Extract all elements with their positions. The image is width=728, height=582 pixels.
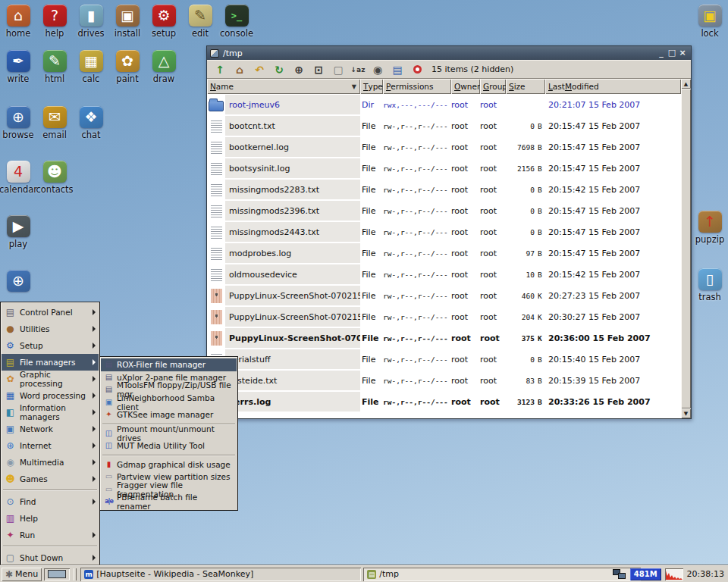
iconsview-icon[interactable]: ▢ bbox=[330, 61, 347, 77]
desktop-icon-chat[interactable]: ❖chat bbox=[73, 106, 109, 140]
menu-item-setup[interactable]: ⚙Setup bbox=[2, 337, 99, 354]
menu-item-run[interactable]: ✦Run bbox=[2, 527, 99, 543]
zoom-in-icon[interactable]: ⊕ bbox=[290, 61, 307, 77]
file-row[interactable]: xerrs.logFilerw-,r--,r--/---rootroot3123… bbox=[207, 391, 681, 412]
column-header-permissions[interactable]: Permissions bbox=[383, 79, 451, 94]
text-icon bbox=[211, 161, 222, 176]
network-tray-icon[interactable] bbox=[613, 569, 626, 580]
file-row[interactable]: bootcnt.txtFilerw-,r--,r--/---rootroot0B… bbox=[207, 115, 681, 136]
memory-badge: 481M bbox=[630, 568, 661, 580]
menu-item-word-processing[interactable]: ▦Word processing bbox=[2, 387, 99, 404]
menu-item-network[interactable]: ▣Network bbox=[2, 421, 99, 437]
desktop-icon-console[interactable]: >_console bbox=[218, 5, 255, 39]
menu-item-utilities[interactable]: ●Utilities bbox=[2, 321, 99, 337]
desktop-icon-trash[interactable]: ▯trash bbox=[692, 268, 728, 302]
menu-item-shut-down[interactable]: ▢Shut Down bbox=[2, 549, 99, 566]
menu-item-information-managers[interactable]: ◧Information managers bbox=[2, 404, 99, 421]
desktop-icon-paint[interactable]: ✿paint bbox=[109, 50, 146, 84]
desktop-icon-connect[interactable]: ⊕ bbox=[0, 270, 36, 293]
close-button[interactable]: × bbox=[677, 48, 688, 58]
file-permissions: rw-,r--,r--/--- bbox=[383, 122, 451, 130]
menu-item-gdmap-graphical-disk-usage[interactable]: ▮Gdmap graphical disk usage bbox=[101, 458, 237, 471]
file-row[interactable]: PuppyLinux-ScreenShot-070215-3.pngFilerw… bbox=[207, 327, 681, 349]
file-row[interactable]: missingmods2396.txtFilerw-,r--,r--/---ro… bbox=[207, 200, 681, 221]
file-row[interactable]: root-jmeuv6Dirrwx,---,---/---rootroot20:… bbox=[207, 94, 681, 115]
desktop-icon-write[interactable]: ✒write bbox=[0, 50, 36, 84]
menu-item-multimedia[interactable]: ◉Multimedia bbox=[2, 454, 99, 471]
column-header-group[interactable]: Group bbox=[480, 79, 506, 94]
file-row[interactable]: PuppyLinux-ScreenShot-070215-2.jpgFilerw… bbox=[207, 306, 681, 327]
desktop-icon-edit[interactable]: ✎edit bbox=[182, 5, 218, 39]
task-button-seamonkey[interactable]: m[Hauptseite - Wikipedia - SeaMonkey] bbox=[80, 568, 361, 581]
menu-item-control-panel[interactable]: ▤Control Panel bbox=[2, 304, 99, 321]
menu-item-rox-filer-file-manager[interactable]: ▤ROX-Filer file manager bbox=[101, 358, 237, 371]
desktop-icon-calc[interactable]: ▦calc bbox=[73, 50, 109, 84]
file-row[interactable]: bootkernel.logFilerw-,r--,r--/---rootroo… bbox=[207, 136, 681, 158]
text-icon bbox=[211, 204, 222, 218]
column-header-size[interactable]: Size bbox=[506, 79, 545, 94]
bookmarks-icon[interactable]: ↶ bbox=[251, 61, 268, 77]
menu-item-mut-media-utility-tool[interactable]: ◫MUT Media Utility Tool bbox=[101, 440, 237, 452]
column-header-last-modified[interactable]: Last Modified bbox=[545, 79, 681, 94]
scroll-down-icon[interactable]: ▼ bbox=[681, 408, 691, 418]
desktop-icon-calendar[interactable]: 4calendar bbox=[0, 161, 36, 195]
desktop-icon-play[interactable]: ▶play bbox=[0, 215, 36, 249]
file-row[interactable]: modprobes.logFilerw-,r--,r--/---rootroot… bbox=[207, 242, 681, 264]
scroll-up-icon[interactable]: ▲ bbox=[681, 79, 691, 89]
menu-item-find[interactable]: ⊙Find bbox=[2, 493, 99, 510]
menu-item-pbrename-batch-file-renamer[interactable]: a|ePBrename batch file renamer bbox=[101, 496, 237, 508]
cpu-load-graph[interactable] bbox=[665, 568, 683, 580]
menu-item-graphic-processing[interactable]: ✿Graphic processing bbox=[2, 371, 99, 387]
file-row[interactable]: serialstuffFilerw-,r--,r--/---rootroot0B… bbox=[207, 349, 681, 370]
menu-item-pmount-mount-unmount-drives[interactable]: ◫Pmount mount/unmount drives bbox=[101, 427, 237, 440]
desktop-icon-lock[interactable]: ▣lock bbox=[692, 5, 728, 39]
minimize-button[interactable]: _ bbox=[656, 48, 667, 58]
resize-icon[interactable]: ⊡ bbox=[310, 61, 327, 77]
showhidden-icon[interactable]: ◉ bbox=[369, 61, 386, 77]
vertical-scrollbar[interactable]: ▲ ▼ bbox=[681, 79, 691, 418]
file-row[interactable]: bootsysinit.logFilerw-,r--,r--/---rootro… bbox=[207, 158, 681, 179]
desktop-icon-contacts[interactable]: ☻contacts bbox=[36, 161, 73, 195]
menu-item-games[interactable]: ☻Games bbox=[2, 471, 99, 487]
desktop-icon-setup[interactable]: ⚙setup bbox=[146, 5, 182, 39]
menu-item-help[interactable]: ▥Help bbox=[2, 510, 99, 527]
column-header-owner[interactable]: Owner bbox=[451, 79, 480, 94]
desktop-icon-help[interactable]: ?help bbox=[36, 5, 73, 39]
up-icon[interactable]: ↑ bbox=[212, 61, 228, 77]
maximize-button[interactable]: □ bbox=[667, 48, 677, 58]
desktop-pager[interactable] bbox=[44, 568, 70, 580]
desktop-icon-drives[interactable]: ▮drives bbox=[73, 5, 109, 39]
desktop-icon-email[interactable]: ✉email bbox=[36, 106, 73, 140]
help-icon[interactable] bbox=[409, 61, 425, 77]
control-panel-icon: ▤ bbox=[5, 307, 16, 318]
file-row[interactable]: PuppyLinux-ScreenShot-070215-1.pngFilerw… bbox=[207, 285, 681, 306]
menu-button[interactable]: ✱ Menu bbox=[2, 568, 42, 581]
file-row[interactable]: oldmousedeviceFilerw-,r--,r--/---rootroo… bbox=[207, 264, 681, 285]
task-button-tmp[interactable]: ▤/tmp bbox=[363, 568, 641, 581]
file-row[interactable]: missingmods2283.txtFilerw-,r--,r--/---ro… bbox=[207, 179, 681, 200]
details-icon[interactable]: ▤ bbox=[389, 61, 406, 77]
desktop-icon-home[interactable]: ⌂home bbox=[0, 5, 36, 39]
scrollbar-thumb[interactable] bbox=[681, 89, 691, 408]
column-header-type[interactable]: Type bbox=[360, 79, 383, 94]
sort-icon[interactable]: ↓az bbox=[350, 61, 366, 77]
desktop-icon-draw[interactable]: △draw bbox=[146, 50, 182, 84]
desktop-icon-pupzip[interactable]: ↑pupzip bbox=[692, 211, 728, 245]
menu-item-gtksee-image-manager[interactable]: ✦GTKSee image manager bbox=[101, 408, 237, 421]
desktop-icon-browse[interactable]: ⊕browse bbox=[0, 106, 36, 140]
menu-item-internet[interactable]: ⊕Internet bbox=[2, 437, 99, 454]
file-list: Name▼TypePermissionsOwnerGroupSizeLast M… bbox=[207, 79, 691, 418]
file-owner: root bbox=[451, 100, 480, 110]
refresh-icon[interactable]: ↻ bbox=[271, 61, 287, 77]
desktop-icon-html[interactable]: ✎html bbox=[36, 50, 73, 84]
menu-item-file-managers[interactable]: ▤File managers bbox=[2, 354, 99, 371]
desktop-icon-install[interactable]: ▣install bbox=[109, 5, 146, 39]
home-icon[interactable]: ⌂ bbox=[231, 61, 248, 77]
taskbar-handle bbox=[74, 568, 77, 580]
menu-item-linneighborhood-samba-client[interactable]: ▣LinNeighborhood Samba client bbox=[101, 396, 237, 409]
file-row[interactable]: missingmods2443.txtFilerw-,r--,r--/---ro… bbox=[207, 221, 681, 242]
window-titlebar[interactable]: /tmp _ □ × bbox=[207, 46, 691, 60]
file-name: PuppyLinux-ScreenShot-070215-1.png bbox=[225, 286, 360, 305]
file-row[interactable]: testeide.txtFilerw-,r--,r--/---rootroot8… bbox=[207, 370, 681, 391]
column-header-name[interactable]: Name▼ bbox=[207, 79, 360, 94]
